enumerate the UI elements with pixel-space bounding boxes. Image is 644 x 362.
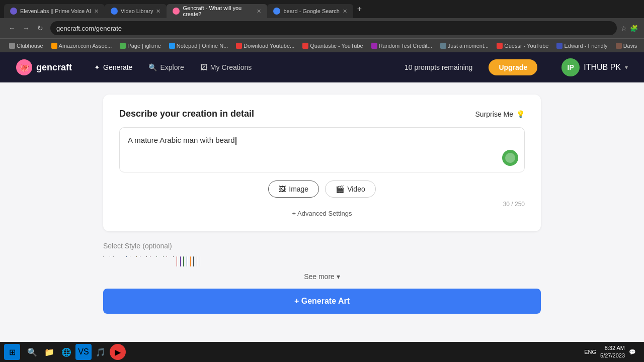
style-item-watercolor[interactable]: Watercolor (117, 256, 117, 257)
nav-generate[interactable]: ✦ Generate (88, 60, 138, 74)
style-item-polaroid[interactable]: Polaroid (130, 256, 130, 257)
forward-button[interactable]: → (20, 22, 32, 34)
style-item-cartoon[interactable]: Cartoon (103, 256, 104, 257)
lightbulb-icon: 💡 (516, 110, 525, 118)
bookmark-quantastic[interactable]: Quantastic - YouTube (299, 42, 366, 50)
taskbar-vscode[interactable]: VS (75, 344, 92, 360)
generate-button[interactable]: + Generate Art (103, 289, 541, 314)
notification-icon[interactable]: 💬 (629, 349, 636, 355)
style-item-anime[interactable]: Anime (110, 256, 110, 257)
style-item-mystical[interactable]: Mystical (140, 256, 140, 257)
bookmark-just-moment[interactable]: Just a moment... (437, 42, 492, 50)
browser-actions: ☆ 🧩 (621, 25, 638, 32)
style-label-abstract: Abstract (123, 256, 124, 257)
bookmark-igli[interactable]: Page | igli.me (117, 42, 164, 50)
video-button[interactable]: 🎬 Video (325, 180, 376, 198)
taskbar-date-display: 5/27/2023 (600, 352, 625, 359)
bookmark-favicon (440, 43, 446, 49)
tab-close-btn[interactable]: ✕ (94, 8, 99, 15)
nav-my-creations[interactable]: 🖼 My Creations (194, 60, 258, 74)
tab-videolibrary[interactable]: Video Library ✕ (105, 4, 167, 18)
my-creations-icon: 🖼 (200, 63, 207, 71)
media-type-selector: 🖼 Image 🎬 Video (119, 180, 525, 198)
surprise-me-button[interactable]: Surprise Me 💡 (475, 110, 525, 118)
bookmark-label: Just a moment... (448, 43, 489, 49)
style-item-streetwear[interactable]: Streetwear (173, 256, 174, 257)
refresh-button[interactable]: ↻ (34, 22, 46, 34)
taskbar-app2[interactable]: ▶ (110, 344, 126, 360)
style-item-synthwave[interactable]: Synthwave (153, 256, 154, 257)
bookmark-guessr[interactable]: Guessr - YouTube (494, 42, 551, 50)
style-label-isometric: Isometric (160, 256, 160, 257)
nav-explore[interactable]: 🔍 Explore (142, 60, 190, 74)
prompt-area[interactable]: A mature Arabic man with beard (119, 127, 525, 172)
tab-favicon (10, 8, 17, 15)
tab-elevenlabs[interactable]: ElevenLabs || Prime Voice AI ✕ (4, 4, 105, 18)
style-item-oilpainting[interactable]: Oil Painting (120, 256, 120, 257)
bookmark-label: Page | igli.me (127, 43, 160, 49)
tab-title: beard - Google Search (283, 8, 339, 14)
style-item-isometric[interactable]: Isometric (160, 256, 160, 257)
navbar: 🐙 gencraft ✦ Generate 🔍 Explore 🖼 My Cre… (0, 52, 644, 82)
style-item-nature[interactable]: Nature (163, 256, 164, 257)
bookmark-random-test[interactable]: Random Test Credit... (368, 42, 435, 50)
logo: 🐙 gencraft (16, 59, 72, 75)
tab-title: Video Library (121, 8, 153, 14)
style-label-polaroid: Polaroid (130, 256, 130, 257)
image-icon: 🖼 (279, 185, 286, 193)
bookmark-label: Davis (623, 43, 637, 49)
taskbar-search[interactable]: 🔍 (24, 344, 40, 360)
tab-gencraft[interactable]: Gencraft - What will you create? ✕ (167, 4, 267, 18)
bookmark-youtube-dl[interactable]: Download Youtube... (233, 42, 297, 50)
nav-links: ✦ Generate 🔍 Explore 🖼 My Creations (88, 60, 258, 74)
taskbar-file-explorer[interactable]: 📁 (41, 344, 57, 360)
url-input[interactable] (50, 21, 617, 35)
style-row3-item-2 (183, 256, 184, 266)
bookmark-clubhouse[interactable]: Clubhouse (6, 42, 46, 50)
chevron-down-icon: ▾ (625, 64, 628, 71)
advanced-settings-toggle[interactable]: + Advanced Settings (119, 210, 525, 217)
style-label-steampunk: Steampunk (146, 256, 147, 257)
new-tab-button[interactable]: + (353, 5, 366, 14)
style-item-steampunk[interactable]: Steampunk (146, 256, 147, 257)
style-item-cyberpunk[interactable]: Cyberpunk (150, 256, 150, 257)
style-item-mythological[interactable]: Mythological (136, 256, 137, 257)
image-button[interactable]: 🖼 Image (268, 180, 319, 198)
explore-label: Explore (160, 63, 184, 71)
prompt-input[interactable]: A mature Arabic man with beard (128, 136, 516, 156)
bookmark-amazon[interactable]: Amazon.com Assoc... (48, 42, 115, 50)
style-item-ink[interactable]: Ink (113, 256, 114, 257)
taskbar-chrome[interactable]: 🌐 (58, 344, 74, 360)
style-label-cosmic: Cosmic (143, 256, 144, 257)
style-grid: Cartoon3DAnimeInkWatercolorOil PaintingA… (103, 256, 541, 266)
explore-icon: 🔍 (148, 63, 157, 71)
see-more-button[interactable]: See more ▾ (103, 273, 541, 281)
extension-icon[interactable]: 🧩 (630, 25, 638, 32)
tab-beard[interactable]: beard - Google Search ✕ (267, 4, 353, 18)
style-item-luxury[interactable]: Luxury (170, 256, 171, 257)
bookmark-davis[interactable]: Davis (613, 42, 640, 50)
style-item-realistic[interactable]: Realistic (133, 256, 134, 257)
bookmark-icon[interactable]: ☆ (621, 25, 627, 32)
tab-close-btn[interactable]: ✕ (257, 8, 261, 15)
style-label-luxury: Luxury (170, 256, 171, 257)
taskbar-app1[interactable]: 🎵 (93, 344, 109, 360)
navigation-buttons: ← → ↻ (6, 22, 46, 34)
tab-close-btn[interactable]: ✕ (343, 8, 347, 15)
style-item-3d[interactable]: 3D (107, 256, 107, 257)
bookmark-edward[interactable]: Edward - Friendly (553, 42, 610, 50)
style-item-abstract[interactable]: Abstract (123, 256, 124, 257)
tab-close-btn[interactable]: ✕ (156, 8, 160, 15)
style-item-diorama[interactable]: Diorama (156, 256, 157, 257)
start-button[interactable]: ⊞ (4, 344, 20, 360)
upgrade-button[interactable]: Upgrade (489, 59, 537, 75)
browser-chrome: ElevenLabs || Prime Voice AI ✕ Video Lib… (0, 0, 644, 52)
style-row-1: Cartoon3DAnimeInkWatercolorOil PaintingA… (103, 256, 137, 263)
user-menu[interactable]: IP ITHUB PK ▾ (561, 58, 628, 76)
bookmark-notepad[interactable]: Notepad | Online N... (166, 42, 231, 50)
style-item-floral[interactable]: Floral (167, 256, 167, 257)
back-button[interactable]: ← (6, 22, 18, 34)
main-content: Describe your creation in detail Surpris… (0, 82, 644, 362)
style-item-cosmic[interactable]: Cosmic (143, 256, 144, 257)
style-item-ukiyo[interactable]: Ukiyo-e (126, 256, 127, 257)
